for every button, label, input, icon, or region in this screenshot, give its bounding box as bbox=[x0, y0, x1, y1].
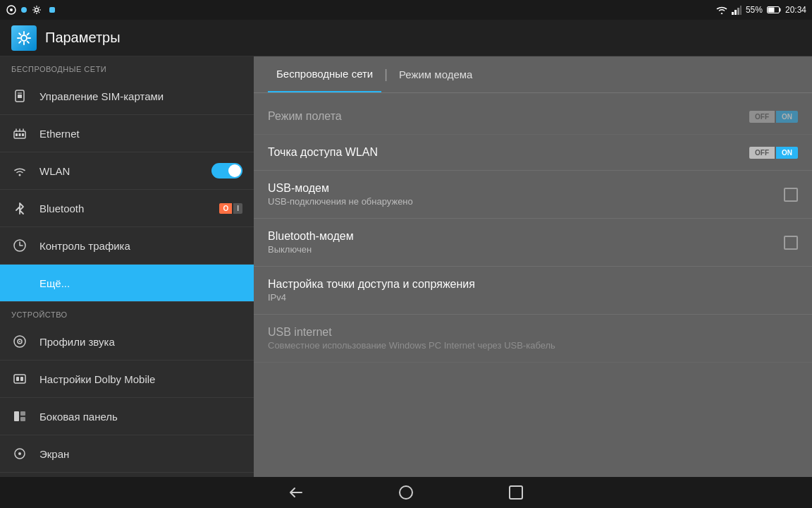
svg-rect-22 bbox=[14, 375, 25, 383]
back-button[interactable] bbox=[283, 480, 309, 505]
content-area: Беспроводные сети | Режим модема Режим п… bbox=[254, 56, 812, 477]
tab-wireless[interactable]: Беспроводные сети bbox=[268, 56, 381, 92]
content-item-wlan-hotspot: Точка доступа WLAN OFF ON bbox=[254, 135, 812, 171]
sidebar-item-sidebar-panel[interactable]: Боковая панель bbox=[0, 398, 254, 435]
usb-modem-control[interactable] bbox=[784, 188, 798, 202]
sidebar-item-wlan[interactable]: WLAN bbox=[0, 152, 254, 190]
sidebar-item-more[interactable]: Ещё... bbox=[0, 265, 254, 302]
tab-modem[interactable]: Режим модема bbox=[390, 56, 481, 92]
sidebar-item-sim-label: Управление SIM-картами bbox=[39, 90, 242, 102]
android-icon bbox=[6, 4, 17, 16]
svg-rect-9 bbox=[768, 8, 774, 13]
content-item-airplane: Режим полета OFF ON bbox=[254, 99, 812, 135]
wifi-icon bbox=[11, 162, 28, 179]
sidebar-item-bluetooth-label: Bluetooth bbox=[39, 202, 208, 214]
svg-rect-12 bbox=[18, 95, 22, 98]
section-header-wireless: БЕСПРОВОДНЫЕ СЕТИ bbox=[0, 56, 254, 78]
svg-point-21 bbox=[19, 341, 20, 342]
sidebar-item-traffic[interactable]: Контроль трафика bbox=[0, 227, 254, 265]
status-right: 55% 20:34 bbox=[716, 5, 806, 15]
bt-modem-checkbox[interactable] bbox=[784, 236, 798, 250]
svg-point-38 bbox=[400, 486, 412, 499]
wlan-toggle-thumb bbox=[228, 164, 241, 177]
sidebar-item-wlan-label: WLAN bbox=[39, 165, 200, 177]
content-tabs: Беспроводные сети | Режим модема bbox=[254, 56, 812, 93]
svg-rect-25 bbox=[14, 411, 19, 421]
notification-dot bbox=[21, 7, 27, 13]
content-item-usb-modem: USB-модем USB-подключения не обнаружено bbox=[254, 171, 812, 219]
bluetooth-icon bbox=[11, 200, 28, 217]
svg-rect-5 bbox=[737, 8, 739, 15]
sidebar-item-screen-label: Экран bbox=[39, 448, 242, 460]
svg-point-10 bbox=[21, 35, 27, 41]
sound-icon bbox=[11, 333, 28, 350]
bt-modem-control[interactable] bbox=[784, 236, 798, 250]
sidebar-item-sim[interactable]: Управление SIM-картами bbox=[0, 78, 254, 115]
svg-rect-27 bbox=[20, 417, 25, 421]
svg-rect-24 bbox=[20, 377, 23, 381]
page-title: Параметры bbox=[45, 30, 121, 46]
recent-button[interactable] bbox=[503, 480, 529, 505]
svg-rect-8 bbox=[779, 8, 780, 12]
time-display: 20:34 bbox=[785, 5, 806, 15]
sidebar-item-bluetooth[interactable]: Bluetooth O I bbox=[0, 190, 254, 227]
traffic-icon bbox=[11, 237, 28, 254]
usb-modem-checkbox[interactable] bbox=[784, 188, 798, 202]
sidebar-item-more-label: Ещё... bbox=[39, 277, 242, 289]
content-item-bt-modem: Bluetooth-модем Выключен bbox=[254, 219, 812, 267]
sidebar-item-sidebar-panel-label: Боковая панель bbox=[39, 411, 242, 423]
sidebar-item-traffic-label: Контроль трафика bbox=[39, 240, 242, 252]
more-icon bbox=[11, 274, 28, 291]
screen-icon bbox=[11, 445, 28, 462]
svg-rect-3 bbox=[732, 12, 734, 15]
signal-icon bbox=[732, 5, 742, 15]
svg-rect-23 bbox=[16, 377, 19, 381]
sidebar-item-ethernet[interactable]: Ethernet bbox=[0, 115, 254, 152]
wlan-hotspot-control[interactable]: OFF ON bbox=[749, 147, 798, 159]
settings-app-icon bbox=[11, 25, 37, 51]
nav-bar bbox=[0, 477, 812, 508]
hotspot-config-title: Настройка точки доступа и сопряжения bbox=[268, 278, 798, 291]
section-header-device: УСТРОЙСТВО bbox=[0, 302, 254, 323]
content-item-usb-internet: USB internet Совместное использование Wi… bbox=[254, 315, 812, 363]
sidebar-item-dolby[interactable]: Настройки Dolby Mobile bbox=[0, 361, 254, 398]
wlan-hotspot-title: Точка доступа WLAN bbox=[268, 146, 749, 159]
sidebar-item-sound-label: Профили звука bbox=[39, 336, 242, 348]
usb-internet-title: USB internet bbox=[268, 326, 798, 339]
sidebar-item-ethernet-label: Ethernet bbox=[39, 128, 242, 140]
svg-rect-6 bbox=[740, 6, 742, 15]
ethernet-icon bbox=[11, 125, 28, 142]
small-blue-dot bbox=[47, 4, 58, 16]
battery-percentage: 55% bbox=[746, 5, 763, 15]
svg-rect-39 bbox=[510, 486, 522, 499]
sidebar-item-screen[interactable]: Экран bbox=[0, 435, 254, 473]
svg-rect-16 bbox=[22, 133, 24, 136]
usb-modem-subtitle: USB-подключения не обнаружено bbox=[268, 196, 784, 207]
svg-rect-15 bbox=[19, 133, 21, 136]
status-bar: 55% 20:34 bbox=[0, 0, 812, 20]
bt-modem-title: Bluetooth-модем bbox=[268, 230, 784, 243]
usb-modem-title: USB-модем bbox=[268, 182, 784, 195]
wlan-toggle[interactable] bbox=[211, 163, 242, 179]
battery-icon bbox=[767, 6, 781, 14]
sim-icon bbox=[11, 87, 28, 104]
svg-point-17 bbox=[19, 174, 21, 176]
airplane-title: Режим полета bbox=[268, 110, 749, 123]
svg-point-1 bbox=[10, 8, 13, 11]
sidebar-panel-icon bbox=[11, 408, 28, 425]
dolby-icon bbox=[11, 370, 28, 387]
content-item-hotspot-config[interactable]: Настройка точки доступа и сопряжения IPv… bbox=[254, 267, 812, 315]
tab-divider: | bbox=[384, 67, 388, 82]
sidebar-item-memory[interactable]: Память bbox=[0, 473, 254, 477]
main-layout: БЕСПРОВОДНЫЕ СЕТИ Управление SIM-картами bbox=[0, 56, 812, 477]
svg-point-29 bbox=[18, 452, 21, 455]
content-list: Режим полета OFF ON Точка доступа WLAN O… bbox=[254, 93, 812, 368]
usb-internet-subtitle: Совместное использование Windows PC Inte… bbox=[268, 340, 798, 351]
hotspot-config-subtitle: IPv4 bbox=[268, 292, 798, 303]
sidebar-item-sound[interactable]: Профили звука bbox=[0, 323, 254, 361]
svg-rect-4 bbox=[734, 10, 737, 15]
svg-point-2 bbox=[35, 8, 39, 12]
home-button[interactable] bbox=[393, 480, 419, 505]
title-bar: Параметры bbox=[0, 20, 812, 56]
svg-rect-14 bbox=[16, 133, 18, 136]
